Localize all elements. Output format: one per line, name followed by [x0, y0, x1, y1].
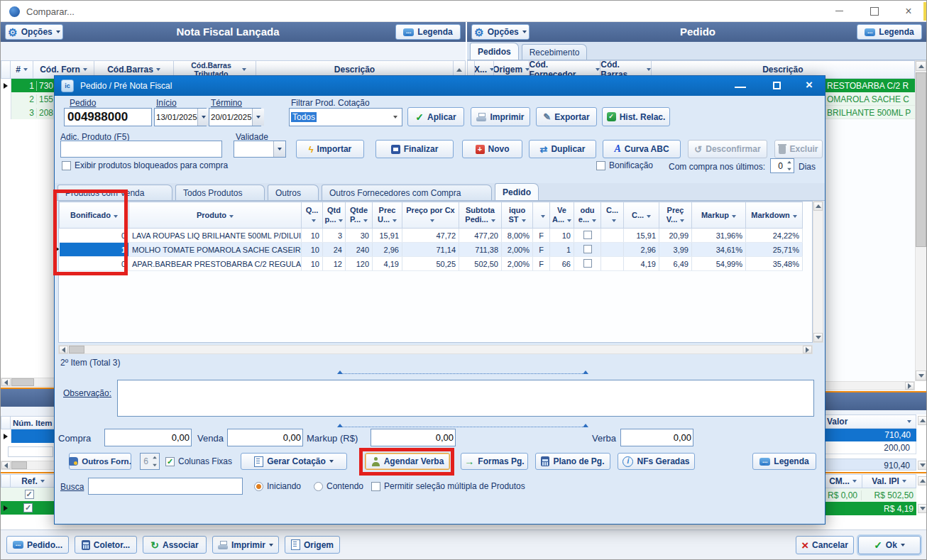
left-col-num[interactable]: #	[11, 60, 33, 79]
cell-checkbox[interactable]	[574, 243, 601, 257]
formas-pg-button[interactable]: Formas Pg.	[461, 453, 528, 470]
ok-button[interactable]: Ok	[858, 536, 921, 554]
num-item-hscroll[interactable]	[1, 461, 57, 470]
scroll-right-button[interactable]	[803, 346, 812, 353]
grid-hscroll[interactable]	[58, 345, 813, 354]
col-f[interactable]	[533, 202, 550, 229]
valor-scroll-up[interactable]	[918, 416, 927, 425]
col-markup[interactable]: Markup	[692, 202, 746, 229]
right-legenda-button[interactable]: Legenda	[857, 24, 922, 40]
cell[interactable]: F	[533, 243, 550, 257]
cell[interactable]: 31,96%	[692, 229, 746, 243]
calendar-dropdown-icon[interactable]	[252, 109, 264, 126]
dialog-minimize-icon[interactable]	[735, 87, 746, 88]
multipla-checkbox-row[interactable]: Permitir seleção múltipla de Produtos	[371, 481, 525, 491]
splitter-handle[interactable]	[339, 373, 587, 378]
ipi-scroll-up[interactable]	[918, 476, 927, 485]
associar-button[interactable]: Associar	[143, 536, 207, 554]
right-vscroll[interactable]	[915, 60, 927, 381]
col-preco-cx[interactable]: Preço por Cx	[402, 202, 459, 229]
hist-relac-button[interactable]: Hist. Relac.	[602, 107, 670, 126]
aplicar-button[interactable]: Aplicar	[407, 107, 464, 126]
col-odu-e[interactable]: odu e...	[574, 202, 601, 229]
cell-produto[interactable]: MOLHO TOMATE POMAROLA SACHE CASEIRO	[129, 243, 302, 257]
spin-down[interactable]	[784, 166, 794, 173]
dialog-legenda-button[interactable]: Legenda	[752, 453, 816, 470]
grid-vscroll[interactable]	[813, 201, 823, 343]
cell[interactable]: 711,38	[459, 243, 502, 257]
tab-todos-produtos[interactable]: Todos Produtos	[175, 185, 265, 200]
tab-pedido[interactable]: Pedido	[495, 183, 539, 200]
compra-input[interactable]	[104, 429, 192, 446]
cell[interactable]: 1	[550, 243, 574, 257]
desconfirmar-button[interactable]: Desconfirmar	[688, 140, 767, 158]
cell[interactable]: F	[533, 257, 550, 271]
cell[interactable]: 2,00%	[502, 243, 533, 257]
left-options-button[interactable]: Opções	[5, 24, 63, 40]
col-c1[interactable]: C...	[601, 202, 624, 229]
minimize-button[interactable]	[823, 1, 855, 21]
ref-row[interactable]	[1, 488, 57, 501]
cell[interactable]: 502,50	[459, 257, 502, 271]
cell[interactable]: 8,00%	[502, 229, 533, 243]
valor-col[interactable]: Valor	[823, 414, 916, 429]
cell[interactable]: 66	[550, 257, 574, 271]
scroll-left-button[interactable]	[1, 378, 11, 386]
adic-produto-input[interactable]	[60, 141, 222, 158]
cell[interactable]	[601, 229, 624, 243]
cell[interactable]	[601, 257, 624, 271]
cell[interactable]: 2,96	[373, 243, 402, 257]
dialog-maximize-icon[interactable]	[773, 82, 781, 89]
grid-checkbox[interactable]	[583, 259, 592, 268]
grid-checkbox[interactable]	[583, 231, 592, 239]
filtrar-combobox[interactable]: Todos	[289, 108, 402, 126]
markup-input[interactable]	[371, 429, 456, 446]
cell[interactable]: 15,91	[373, 229, 402, 243]
cell[interactable]: 50,25	[402, 257, 459, 271]
venda-input[interactable]	[227, 429, 303, 446]
cell[interactable]: 20,99	[659, 229, 692, 243]
cell[interactable]: 54,99%	[692, 257, 746, 271]
bonificacao-checkbox[interactable]	[596, 161, 605, 170]
cell[interactable]: 10	[302, 229, 323, 243]
grid-row-selected[interactable]: 1 MOLHO TOMATE POMAROLA SACHE CASEIRO 10…	[60, 243, 803, 257]
col-markdown[interactable]: Markdown	[746, 202, 803, 229]
cell[interactable]: 71,14	[402, 243, 459, 257]
scroll-thumb[interactable]	[69, 346, 84, 353]
col-produto[interactable]: Produto	[129, 202, 302, 229]
cell[interactable]: 10	[302, 257, 323, 271]
observacao-textarea[interactable]	[117, 380, 814, 417]
bonificacao-checkbox-row[interactable]: Bonificação	[596, 160, 653, 170]
cell[interactable]: 3,99	[659, 243, 692, 257]
scroll-thumb[interactable]	[916, 72, 926, 247]
cancelar-button[interactable]: Cancelar	[796, 536, 854, 554]
spin-up[interactable]	[150, 454, 159, 461]
spin-down[interactable]	[150, 461, 159, 469]
col-qtd-p[interactable]: Qtd p...	[323, 202, 346, 229]
col-ve-a[interactable]: Ve A...	[550, 202, 574, 229]
col-qtde-p[interactable]: Qtde P...	[346, 202, 373, 229]
tab-outros[interactable]: Outros	[268, 185, 319, 200]
scroll-up-button[interactable]	[916, 61, 926, 71]
cell[interactable]: 24	[323, 243, 346, 257]
dias-stepper[interactable]: 0	[770, 158, 794, 173]
col-aliq-st[interactable]: iquo ST	[502, 202, 533, 229]
dialog-imprimir-button[interactable]: Imprimir	[471, 107, 530, 126]
cell[interactable]: 4,19	[373, 257, 402, 271]
cell[interactable]: 25,71%	[746, 243, 803, 257]
plano-pg-button[interactable]: Plano de Pg.	[535, 453, 610, 470]
cell[interactable]: 2,00%	[502, 257, 533, 271]
curva-abc-button[interactable]: Curva ABC	[603, 140, 681, 158]
cell[interactable]	[601, 243, 624, 257]
cell-checkbox[interactable]	[574, 257, 601, 271]
scroll-thumb[interactable]	[11, 378, 34, 386]
novo-button[interactable]: Novo	[462, 140, 522, 158]
finalizar-button[interactable]: Finalizar	[375, 140, 454, 158]
dialog-close-icon[interactable]: ×	[806, 78, 813, 92]
grid-checkbox[interactable]	[583, 245, 592, 253]
cell[interactable]: 240	[346, 243, 373, 257]
scroll-down-button[interactable]	[813, 333, 823, 342]
cell[interactable]: F	[533, 229, 550, 243]
col-q[interactable]: Q...	[302, 202, 323, 229]
cell-checkbox[interactable]	[574, 229, 601, 243]
